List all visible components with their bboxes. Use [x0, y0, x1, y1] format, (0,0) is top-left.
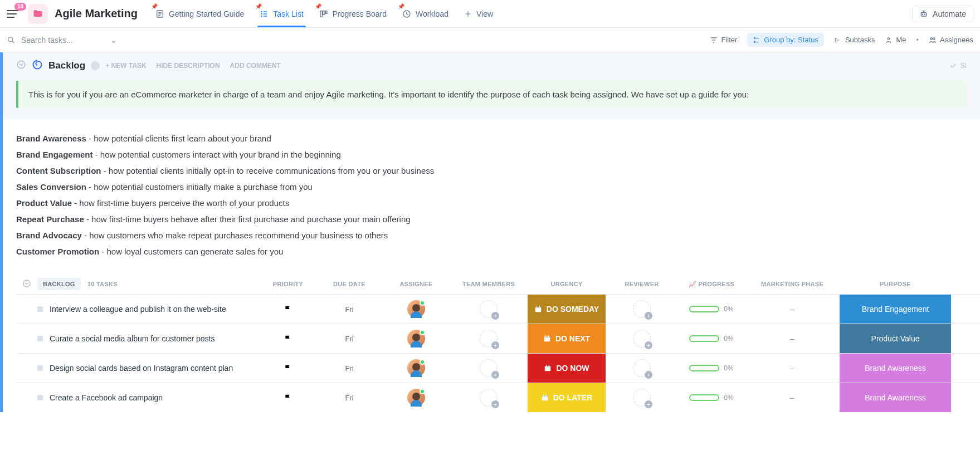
status-square[interactable] — [37, 306, 43, 312]
search-chevron-down-icon[interactable]: ⌄ — [110, 36, 117, 45]
info-icon[interactable] — [91, 61, 100, 70]
svg-point-9 — [922, 14, 923, 14]
progress-cell[interactable]: 0% — [689, 335, 733, 342]
due-date[interactable]: Fri — [345, 335, 353, 343]
search-input[interactable] — [20, 35, 104, 45]
page-title: Agile Marketing — [55, 7, 138, 20]
marketing-phase[interactable]: – — [790, 305, 794, 314]
add-team-member[interactable] — [480, 389, 498, 407]
group-by-button[interactable]: Group by: Status — [747, 33, 824, 47]
table-row[interactable]: Interview a colleague and publish it on … — [16, 294, 980, 324]
priority-flag-icon[interactable] — [284, 364, 292, 373]
table-row[interactable]: Design social cards based on Instagram c… — [16, 353, 980, 383]
folder-icon[interactable] — [28, 4, 48, 24]
urgency-cell[interactable]: DO NOW — [528, 354, 606, 383]
tab-progress-board[interactable]: 📌 Progress Board — [311, 0, 394, 27]
col-urgency[interactable]: URGENCY — [528, 281, 606, 287]
table-row[interactable]: Create a Facebook ad campaignFriDO LATER… — [16, 383, 980, 412]
tab-label: Getting Started Guide — [169, 9, 244, 18]
status-square[interactable] — [37, 336, 43, 341]
urgency-cell[interactable]: DO SOMEDAY — [528, 295, 606, 324]
automate-button[interactable]: Automate — [912, 6, 973, 22]
svg-point-1 — [261, 11, 262, 12]
add-reviewer[interactable] — [633, 389, 651, 407]
pin-icon: 📌 — [315, 3, 321, 9]
due-date[interactable]: Fri — [345, 305, 353, 314]
section-header: Backlog + NEW TASK HIDE DESCRIPTION ADD … — [16, 59, 967, 72]
svg-point-12 — [754, 37, 755, 38]
priority-flag-icon[interactable] — [284, 305, 292, 314]
assignee-avatar[interactable] — [407, 359, 425, 377]
purpose-cell[interactable]: Product Value — [840, 324, 951, 353]
assignee-avatar[interactable] — [407, 300, 425, 318]
new-task-button[interactable]: + NEW TASK — [105, 62, 146, 70]
filter-button[interactable]: Filter — [710, 36, 737, 44]
svg-point-14 — [888, 37, 890, 40]
marketing-phase[interactable]: – — [790, 364, 794, 373]
robot-icon — [919, 9, 928, 18]
svg-point-11 — [8, 37, 13, 41]
swirl-icon — [32, 59, 43, 72]
calendar-icon — [534, 305, 542, 313]
svg-rect-6 — [325, 11, 327, 13]
assignee-avatar[interactable] — [407, 389, 425, 407]
status-chip[interactable]: BACKLOG — [37, 278, 81, 290]
purpose-cell[interactable]: Brand Engagement — [840, 295, 951, 324]
progress-cell[interactable]: 0% — [689, 394, 733, 402]
add-team-member[interactable] — [480, 300, 498, 318]
task-name: Interview a colleague and publish it on … — [50, 305, 226, 314]
col-assignee[interactable]: ASSIGNEE — [383, 281, 450, 287]
priority-flag-icon[interactable] — [284, 393, 292, 402]
people-icon — [929, 36, 937, 44]
definition-row: Brand Engagement - how potential custome… — [16, 146, 967, 163]
menu-button[interactable]: 10 — [7, 6, 22, 22]
marketing-phase[interactable]: – — [790, 334, 794, 343]
add-reviewer[interactable] — [633, 359, 651, 377]
col-marketing-phase[interactable]: MARKETING PHASE — [745, 281, 840, 287]
progress-cell[interactable]: 0% — [689, 364, 733, 372]
progress-cell[interactable]: 0% — [689, 305, 733, 313]
add-team-member[interactable] — [480, 359, 498, 377]
due-date[interactable]: Fri — [345, 364, 353, 373]
marketing-phase[interactable]: – — [790, 393, 794, 402]
due-date[interactable]: Fri — [345, 394, 353, 402]
svg-point-3 — [261, 16, 262, 16]
backlog-section: Backlog + NEW TASK HIDE DESCRIPTION ADD … — [0, 52, 980, 412]
col-reviewer[interactable]: REVIEWER — [606, 281, 678, 287]
urgency-cell[interactable]: DO LATER — [528, 383, 606, 412]
assignee-avatar[interactable] — [407, 330, 425, 348]
collapse-icon[interactable] — [16, 60, 26, 71]
definition-row: Sales Conversion - how potential custome… — [16, 179, 967, 195]
add-comment-button[interactable]: ADD COMMENT — [230, 62, 281, 70]
col-priority[interactable]: PRIORITY — [260, 281, 316, 287]
collapse-group-icon[interactable] — [22, 282, 31, 289]
urgency-cell[interactable]: DO NEXT — [528, 324, 606, 353]
col-purpose[interactable]: PURPOSE — [840, 281, 951, 287]
tab-task-list[interactable]: 📌 Task List — [252, 0, 311, 27]
hide-description-button[interactable]: HIDE DESCRIPTION — [157, 62, 220, 70]
status-square[interactable] — [37, 365, 43, 371]
priority-flag-icon[interactable] — [284, 334, 292, 343]
tab-add-view[interactable]: View — [456, 0, 501, 27]
subtasks-icon — [834, 36, 842, 44]
svg-point-18 — [23, 280, 30, 287]
purpose-cell[interactable]: Brand Awareness — [840, 354, 951, 383]
svg-point-17 — [17, 61, 25, 68]
add-reviewer[interactable] — [633, 300, 651, 318]
col-due-date[interactable]: DUE DATE — [316, 281, 383, 287]
tab-getting-started[interactable]: 📌 Getting Started Guide — [148, 0, 252, 27]
tab-label: View — [476, 9, 493, 18]
col-team-members[interactable]: TEAM MEMBERS — [450, 281, 528, 287]
subtasks-button[interactable]: Subtasks — [834, 36, 875, 44]
svg-point-13 — [754, 41, 755, 42]
col-progress[interactable]: 📈 PROGRESS — [678, 281, 745, 288]
status-square[interactable] — [37, 395, 43, 400]
tab-workload[interactable]: 📌 Workload — [394, 0, 456, 27]
automate-label: Automate — [933, 9, 966, 18]
purpose-cell[interactable]: Brand Awareness — [840, 383, 951, 412]
add-team-member[interactable] — [480, 330, 498, 348]
table-row[interactable]: Curate a social media album for customer… — [16, 324, 980, 353]
me-button[interactable]: Me — [885, 36, 906, 44]
assignees-button[interactable]: Assignees — [929, 36, 973, 44]
add-reviewer[interactable] — [633, 330, 651, 348]
